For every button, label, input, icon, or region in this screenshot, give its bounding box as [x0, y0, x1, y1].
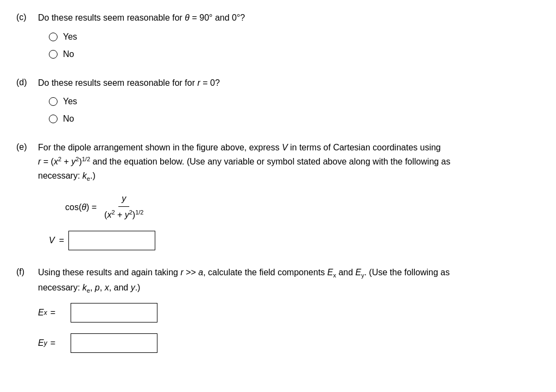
section-d-yes-option[interactable]: Yes	[49, 95, 540, 108]
section-d-options: Yes No	[49, 95, 540, 125]
section-e-label: (e)	[16, 141, 33, 154]
section-e-question: For the dipole arrangement shown in the …	[38, 141, 540, 184]
cos-numerator: y	[118, 192, 129, 207]
and-text: and	[114, 283, 129, 292]
cos-equation: cos(θ) = y (x2 + y2)1/2	[65, 192, 540, 222]
section-c-no-option[interactable]: No	[49, 48, 540, 61]
section-c-question: Do these results seem reasonable for θ =…	[38, 11, 540, 25]
ef-answer-rows: Ex = Ey =	[38, 303, 540, 353]
v-input[interactable]	[68, 231, 155, 250]
cos-fraction: y (x2 + y2)1/2	[101, 192, 147, 222]
cos-denominator: (x2 + y2)1/2	[101, 207, 147, 222]
section-f: (f) Using these results and again taking…	[16, 265, 540, 353]
section-c-no-label: No	[63, 48, 74, 61]
ex-subscript: x	[44, 308, 47, 318]
section-d-yes-label: Yes	[63, 95, 77, 108]
v-label: V	[49, 234, 55, 247]
v-answer-row: V =	[49, 231, 540, 250]
ex-input[interactable]	[71, 303, 157, 323]
section-c-options: Yes No	[49, 30, 540, 61]
section-f-label: (f)	[16, 265, 33, 279]
section-c-yes-label: Yes	[63, 30, 77, 43]
ey-label: Ey =	[38, 337, 65, 350]
section-d-no-radio[interactable]	[49, 115, 58, 123]
section-c-no-radio[interactable]	[49, 50, 58, 59]
v-equals: =	[59, 234, 64, 247]
section-d-question: Do these results seem reasonable for for…	[38, 76, 540, 90]
cos-equation-container: cos(θ) = y (x2 + y2)1/2	[65, 192, 540, 222]
section-f-question: Using these results and again taking r >…	[38, 265, 540, 296]
section-d-no-label: No	[63, 112, 74, 125]
ey-input[interactable]	[71, 333, 157, 353]
ex-equals: =	[50, 306, 55, 319]
section-c: (c) Do these results seem reasonable for…	[16, 11, 540, 61]
cos-label: cos(θ) =	[65, 201, 97, 214]
section-d-no-option[interactable]: No	[49, 112, 540, 125]
ex-answer-row: Ex =	[38, 303, 540, 323]
section-c-yes-option[interactable]: Yes	[49, 30, 540, 43]
ey-subscript: y	[44, 338, 47, 348]
section-d-yes-radio[interactable]	[49, 97, 58, 106]
section-c-label: (c)	[16, 11, 33, 24]
ex-label: Ex =	[38, 306, 65, 319]
section-d-label: (d)	[16, 76, 33, 89]
section-e: (e) For the dipole arrangement shown in …	[16, 141, 540, 250]
ey-answer-row: Ey =	[38, 333, 540, 353]
section-c-yes-radio[interactable]	[49, 33, 58, 41]
section-d: (d) Do these results seem reasonable for…	[16, 76, 540, 126]
ey-equals: =	[50, 337, 55, 350]
